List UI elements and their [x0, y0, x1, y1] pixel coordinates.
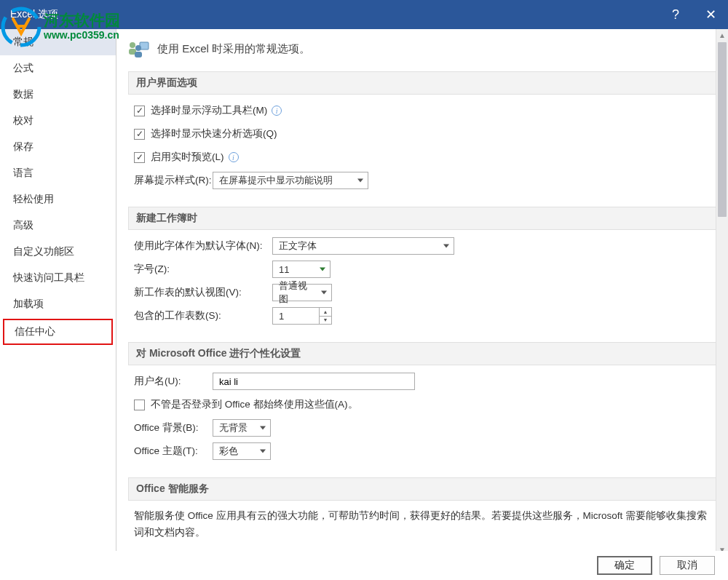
label-always-use: 不管是否登录到 Office 都始终使用这些值(A)。 [151, 398, 358, 411]
label-office-bg: Office 背景(B): [134, 421, 213, 434]
sidebar-item-ribbon[interactable]: 自定义功能区 [0, 239, 116, 265]
sidebar-item-save[interactable]: 保存 [0, 134, 116, 160]
dropdown-default-font[interactable]: 正文字体 [272, 237, 454, 255]
info-icon[interactable]: i [272, 106, 282, 116]
dropdown-office-theme[interactable]: 彩色 [213, 442, 271, 460]
scroll-up-icon[interactable]: ▲ [716, 29, 728, 41]
svg-point-1 [130, 42, 135, 48]
ok-button[interactable]: 确定 [597, 556, 652, 575]
dropdown-screentip-style[interactable]: 在屏幕提示中显示功能说明 [213, 172, 368, 189]
dropdown-office-bg[interactable]: 无背景 [213, 419, 271, 437]
label-office-theme: Office 主题(T): [134, 445, 213, 458]
cancel-button[interactable]: 取消 [660, 556, 715, 575]
spinner-sheet-count[interactable]: 1 ▲▼ [272, 307, 332, 325]
label-font-size: 字号(Z): [134, 263, 272, 276]
sidebar-item-ease[interactable]: 轻松使用 [0, 186, 116, 212]
window-title: Excel 选项 [10, 8, 58, 21]
label-username: 用户名(U): [134, 375, 213, 388]
label-screentip-style: 屏幕提示样式(R): [134, 174, 213, 187]
category-sidebar: 常规 公式 数据 校对 保存 语言 轻松使用 高级 自定义功能区 快速访问工具栏… [0, 29, 116, 556]
sidebar-item-formulas[interactable]: 公式 [0, 55, 116, 82]
close-button[interactable]: ✕ [693, 0, 728, 29]
dropdown-default-view[interactable]: 普通视图 [272, 284, 332, 301]
sidebar-item-language[interactable]: 语言 [0, 160, 116, 186]
spinner-up-icon[interactable]: ▲ [320, 308, 331, 317]
intel-description: 智能服务使 Office 应用具有云的强大功能，可帮助节约时间，获得更好的结果。… [134, 508, 711, 541]
title-bar: Excel 选项 ? ✕ [0, 0, 728, 29]
info-icon[interactable]: i [229, 152, 239, 162]
label-sheet-count: 包含的工作表数(S): [134, 309, 272, 322]
label-default-view: 新工作表的默认视图(V): [134, 286, 272, 299]
spinner-down-icon[interactable]: ▼ [320, 317, 331, 325]
checkbox-quick-analysis[interactable] [134, 129, 145, 140]
label-live-preview: 启用实时预览(L) [151, 151, 224, 164]
section-newbook-header: 新建工作簿时 [128, 207, 716, 230]
sidebar-item-qat[interactable]: 快速访问工具栏 [0, 265, 116, 291]
sidebar-item-proofing[interactable]: 校对 [0, 108, 116, 134]
sidebar-item-general[interactable]: 常规 [0, 29, 116, 55]
dialog-footer: 确定 取消 [0, 551, 728, 580]
help-button[interactable]: ? [658, 0, 693, 29]
checkbox-mini-toolbar[interactable] [134, 106, 145, 116]
sidebar-item-trust-center[interactable]: 信任中心 [3, 319, 113, 345]
label-mini-toolbar: 选择时显示浮动工具栏(M) [151, 104, 267, 117]
sidebar-item-data[interactable]: 数据 [0, 82, 116, 108]
vertical-scrollbar[interactable]: ▲ ▼ [716, 29, 728, 556]
section-ui-header: 用户界面选项 [128, 71, 716, 95]
sidebar-item-addins[interactable]: 加载项 [0, 291, 116, 317]
label-quick-analysis: 选择时显示快速分析选项(Q) [151, 127, 277, 140]
checkbox-live-preview[interactable] [134, 152, 145, 163]
page-header: 使用 Excel 时采用的常规选项。 [157, 42, 310, 56]
options-icon [128, 39, 150, 58]
svg-rect-4 [135, 52, 142, 57]
input-username[interactable] [213, 373, 415, 390]
content-pane: 使用 Excel 时采用的常规选项。 用户界面选项 选择时显示浮动工具栏(M) … [116, 29, 728, 556]
svg-point-3 [135, 45, 141, 51]
dropdown-font-size[interactable]: 11 [272, 261, 331, 278]
scrollbar-thumb[interactable] [718, 42, 727, 217]
sidebar-item-advanced[interactable]: 高级 [0, 212, 116, 239]
checkbox-always-use[interactable] [134, 400, 145, 410]
section-personal-header: 对 Microsoft Office 进行个性化设置 [128, 342, 716, 365]
section-intel-header: Office 智能服务 [128, 477, 716, 501]
label-default-font: 使用此字体作为默认字体(N): [134, 239, 272, 253]
